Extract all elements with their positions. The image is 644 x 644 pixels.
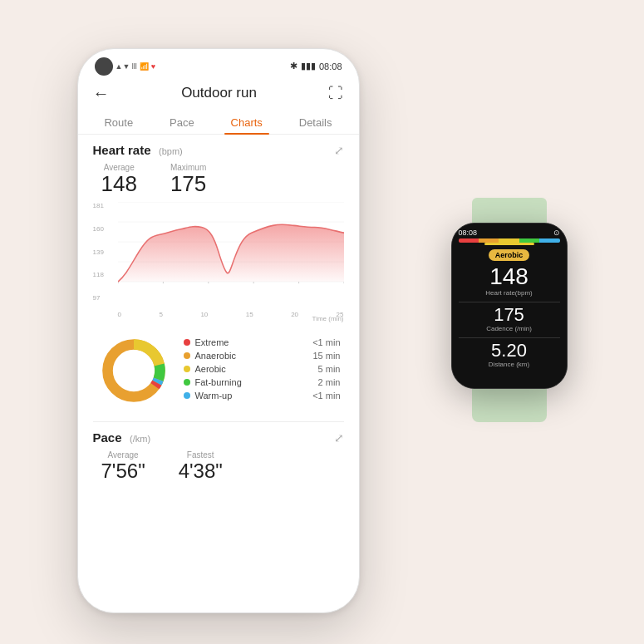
x-label-20: 20 [291,311,298,318]
y-label-181: 181 [93,202,116,209]
anaerobic-label: Anaerobic [195,351,237,361]
zones-legend: Extreme <1 min Anaerobic 15 min [184,337,341,404]
fat-burning-dot [184,379,190,386]
pace-fastest-value: 4'38" [179,460,223,483]
warm-up-value: <1 min [312,391,340,401]
pace-fastest: Fastest 4'38" [179,450,223,483]
watch-band-top [472,198,547,223]
tab-pace[interactable]: Pace [163,111,201,134]
watch-hr-value: 148 [459,264,560,290]
watch-color-bar [459,238,560,243]
phone: ▲▼ lll 📶 ♥ ✱ ▮▮▮ 08:08 ← Outdoor run ⛶ R… [77,48,360,613]
watch-location-icon: ⊙ [553,229,560,237]
nav-bar: ← Outdoor run ⛶ [78,79,359,108]
extreme-dot [184,339,190,346]
pace-section: Pace (/km) ⤢ Average 7'56" Fastest 4'38" [93,421,344,483]
average-stat: Average 148 [101,163,137,196]
maximum-label: Maximum [170,163,206,172]
y-label-118: 118 [93,271,116,278]
watch-cadence-value: 175 [459,305,560,325]
warm-up-dot [184,392,190,399]
pace-unit: (/km) [130,434,150,444]
average-value: 148 [101,172,137,196]
svg-point-16 [117,354,150,387]
tab-details[interactable]: Details [293,111,339,134]
avatar [95,57,113,76]
watch-divider-1 [459,302,560,302]
watch-screen: 08:08 ⊙ Aerobic 148 Heart rat [452,224,567,388]
watch-distance: 5.20 Distance (km) [459,341,560,369]
pace-title: Pace [93,430,122,445]
pace-average-value: 7'56" [101,460,145,483]
color-bar-warm-up [539,238,559,243]
aerobic-dot [184,366,190,372]
anaerobic-dot [184,352,190,359]
back-button[interactable]: ← [93,84,110,103]
legend-extreme: Extreme <1 min [184,337,341,347]
content-area: Heart rate (bpm) ⤢ Average 148 Maximum 1… [78,135,359,590]
chart-y-axis: 181 160 139 118 97 [93,202,116,302]
scene: ▲▼ lll 📶 ♥ ✱ ▮▮▮ 08:08 ← Outdoor run ⛶ R… [52,32,592,613]
tab-charts[interactable]: Charts [224,111,269,134]
x-label-15: 15 [246,311,253,318]
heart-rate-chart: 181 160 139 118 97 [93,202,344,318]
donut-chart [96,333,171,408]
status-bar: ▲▼ lll 📶 ♥ ✱ ▮▮▮ 08:08 [78,49,359,79]
tab-route[interactable]: Route [97,111,140,134]
x-label-5: 5 [159,311,162,318]
chart-svg-area [118,202,344,302]
donut-svg [96,333,171,408]
heart-rate-unit: (bpm) [159,146,183,156]
watch-heart-rate: 148 Heart rate(bpm) [459,264,560,297]
watch-status-bar: 08:08 ⊙ [459,229,560,237]
aerobic-label: Aerobic [195,364,226,374]
pace-header: Pace (/km) ⤢ [93,430,344,445]
watch-distance-value: 5.20 [459,341,560,361]
color-bar-anaerobic [479,238,499,243]
heart-rate-svg [118,202,344,302]
watch-band-bottom [472,389,547,422]
anaerobic-value: 15 min [312,351,340,361]
color-bar-fat-burning [519,238,539,243]
maximum-value: 175 [170,172,206,196]
heart-rate-header: Heart rate (bpm) ⤢ [93,143,344,158]
pace-stats: Average 7'56" Fastest 4'38" [93,450,344,483]
signal-icon: ▲▼ lll [116,62,137,71]
zones-section: Extreme <1 min Anaerobic 15 min [93,327,344,415]
heart-rate-stats: Average 148 Maximum 175 [93,163,344,196]
x-label-0: 0 [118,311,121,318]
expand-icon[interactable]: ⤢ [334,144,344,157]
fat-burning-label: Fat-burning [195,377,242,387]
watch-time: 08:08 [459,229,478,237]
y-label-97: 97 [93,294,116,302]
aerobic-value: 5 min [318,364,341,374]
watch-cadence-label: Cadence (/min) [459,325,560,333]
fat-burning-value: 2 min [318,377,341,387]
pace-average: Average 7'56" [101,450,145,483]
watch-body: 08:08 ⊙ Aerobic 148 Heart rat [451,223,568,389]
watch-distance-label: Distance (km) [459,361,560,369]
extreme-label: Extreme [195,337,229,347]
average-label: Average [101,163,137,172]
pace-fastest-label: Fastest [179,450,223,460]
legend-warm-up: Warm-up <1 min [184,391,341,401]
extreme-value: <1 min [312,337,340,347]
maximum-stat: Maximum 175 [170,163,206,196]
watch-zone-badge: Aerobic [489,249,530,261]
x-label-10: 10 [200,311,208,318]
smartwatch: 08:08 ⊙ Aerobic 148 Heart rat [443,198,576,397]
pace-average-label: Average [101,450,145,460]
legend-anaerobic: Anaerobic 15 min [184,351,341,361]
y-label-139: 139 [93,248,116,256]
battery-icon: ▮▮▮ [301,61,316,71]
share-button[interactable]: ⛶ [328,85,343,102]
time-display: 08:08 [319,61,342,71]
color-bar-aerobic [499,238,519,243]
pace-expand-icon[interactable]: ⤢ [334,431,344,445]
watch-cadence: 175 Cadence (/min) [459,305,560,333]
wifi-icon: 📶 [140,62,149,71]
watch-hr-label: Heart rate(bpm) [459,289,560,297]
legend-fat-burning: Fat-burning 2 min [184,377,341,387]
page-title: Outdoor run [181,85,257,101]
y-label-160: 160 [93,225,116,233]
